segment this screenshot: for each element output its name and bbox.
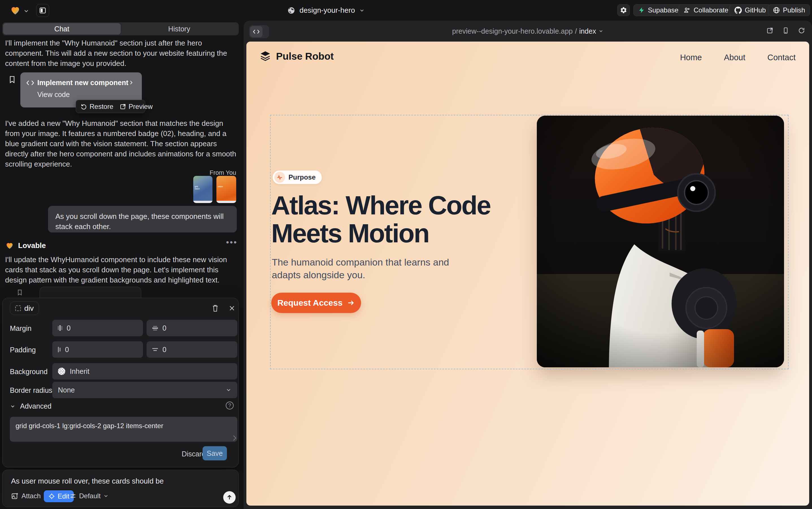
tab-chat[interactable]: Chat xyxy=(3,23,121,34)
class-textarea-value: grid grid-cols-1 lg:grid-cols-2 gap-12 i… xyxy=(15,422,163,430)
robot-hero-image xyxy=(537,116,784,367)
background-label: Background xyxy=(10,368,47,376)
attachment-thumbnail-orange[interactable]: vision xyxy=(216,176,236,203)
mobile-view-icon[interactable] xyxy=(782,27,789,34)
chevron-down-icon[interactable] xyxy=(23,8,29,14)
tab-history[interactable]: History xyxy=(121,23,238,34)
component-card-title: Implement new component xyxy=(37,79,128,87)
nav-about[interactable]: About xyxy=(724,53,745,62)
publish-globe-icon xyxy=(773,6,780,14)
project-switcher[interactable]: design-your-hero xyxy=(287,0,365,21)
collaborate-label: Collaborate xyxy=(694,6,728,14)
advanced-section-toggle[interactable]: Advanced xyxy=(10,402,51,410)
sidebar-toggle-button[interactable] xyxy=(36,4,49,17)
badge-label: Purpose xyxy=(289,173,316,181)
hero-subtext: The humanoid companion that learns and a… xyxy=(272,256,475,281)
chevron-down-icon xyxy=(10,404,15,409)
element-inspector-panel: div Margin 0 0 Padding 0 0 Background In… xyxy=(2,298,239,468)
site-canvas: Pulse Robot Home About Contact Purpose A… xyxy=(246,41,809,506)
gear-icon xyxy=(620,6,627,14)
advanced-label: Advanced xyxy=(20,402,51,410)
bookmark-icon-2 xyxy=(16,289,23,296)
preview-button[interactable]: Preview xyxy=(119,103,153,110)
site-brand[interactable]: Pulse Robot xyxy=(259,50,334,63)
class-textarea[interactable]: grid grid-cols-1 lg:grid-cols-2 gap-12 i… xyxy=(10,417,237,442)
margin-x-icon xyxy=(58,325,62,331)
chevron-down-icon xyxy=(103,493,109,499)
element-outline-icon xyxy=(15,305,21,311)
robot-illustration xyxy=(537,116,784,367)
publish-label: Publish xyxy=(783,6,805,14)
padding-x-icon xyxy=(58,347,61,352)
settings-button[interactable] xyxy=(617,4,630,16)
chevron-down-icon xyxy=(225,387,232,393)
mode-selector[interactable]: Default xyxy=(69,492,109,500)
attachment-thumbnail-blue[interactable]: gridvision xyxy=(193,176,213,203)
sliders-icon xyxy=(69,492,77,500)
preview-page: index xyxy=(579,27,596,35)
supabase-label: Supabase xyxy=(648,6,678,14)
send-button[interactable] xyxy=(223,491,236,504)
selected-element-chip[interactable]: div xyxy=(10,301,39,315)
arrow-right-icon xyxy=(347,299,355,307)
supabase-icon xyxy=(638,7,645,13)
refresh-icon[interactable] xyxy=(798,27,805,34)
attach-label: Attach xyxy=(22,492,41,500)
url-separator: / xyxy=(575,27,577,35)
request-access-button[interactable]: Request Access xyxy=(271,293,361,313)
user-message-bubble: As you scroll down the page, these compo… xyxy=(48,206,237,232)
assistant-header: Lovable xyxy=(5,241,46,250)
delete-element-button[interactable] xyxy=(212,304,219,312)
code-icon xyxy=(26,79,34,87)
from-you-label: From You xyxy=(210,169,236,176)
margin-y-value: 0 xyxy=(162,324,167,332)
github-icon xyxy=(734,6,742,14)
attach-button[interactable]: Attach xyxy=(11,492,41,500)
hero-heading-line2: Meets Motion xyxy=(271,219,525,247)
github-button[interactable]: GitHub xyxy=(730,4,771,16)
padding-y-input[interactable]: 0 xyxy=(147,341,237,358)
margin-y-icon xyxy=(152,326,158,330)
nav-contact[interactable]: Contact xyxy=(767,53,796,62)
publish-button[interactable]: Publish xyxy=(768,4,810,16)
background-input[interactable]: Inherit xyxy=(52,363,237,379)
help-icon[interactable]: ? xyxy=(226,402,234,409)
border-radius-label: Border radius xyxy=(10,386,52,395)
preview-actions xyxy=(766,27,805,34)
view-code-link[interactable]: View code xyxy=(37,91,70,99)
resize-handle[interactable] xyxy=(231,436,236,441)
restore-button[interactable]: Restore xyxy=(80,103,113,110)
user-message-text: As you scroll down the page, these compo… xyxy=(56,211,230,232)
margin-x-input[interactable]: 0 xyxy=(52,320,143,336)
margin-label: Margin xyxy=(10,324,31,333)
github-label: GitHub xyxy=(745,6,766,14)
restore-label: Restore xyxy=(89,103,113,110)
background-value: Inherit xyxy=(70,367,89,376)
message-menu-icon[interactable]: ••• xyxy=(226,238,237,247)
nav-home[interactable]: Home xyxy=(680,53,702,62)
assistant-message-2: I've added a new "Why Humanoid" section … xyxy=(5,118,236,169)
assistant-message-3: I'll update the WhyHumanoid component to… xyxy=(5,254,236,285)
padding-label: Padding xyxy=(10,346,36,354)
preview-url-bar[interactable]: preview--design-your-hero.lovable.app / … xyxy=(244,21,812,41)
preview-label: Preview xyxy=(128,103,153,110)
padding-x-value: 0 xyxy=(65,345,69,354)
brand-name: Pulse Robot xyxy=(276,50,334,62)
margin-y-input[interactable]: 0 xyxy=(147,320,237,336)
bookmark-icon[interactable] xyxy=(8,75,16,84)
chat-input-box[interactable]: As user mouse roll over, these cards sho… xyxy=(2,470,239,507)
save-button[interactable]: Save xyxy=(202,446,227,461)
padding-x-input[interactable]: 0 xyxy=(52,341,143,358)
padding-y-icon xyxy=(152,348,158,351)
border-radius-select[interactable]: None xyxy=(52,382,237,398)
chat-input-text[interactable]: As user mouse roll over, these cards sho… xyxy=(11,477,229,485)
lovable-logo-icon[interactable] xyxy=(10,4,21,16)
close-inspector-button[interactable] xyxy=(229,305,235,312)
version-hover-toolbar: Restore Preview xyxy=(76,100,145,113)
collaborate-button[interactable]: Collaborate xyxy=(679,4,733,16)
assistant-message-1: I'll implement the "Why Humanoid" sectio… xyxy=(5,38,236,68)
selected-element-tag: div xyxy=(24,304,34,313)
chevron-down-icon xyxy=(598,29,603,34)
supabase-button[interactable]: Supabase xyxy=(633,4,683,16)
open-in-new-tab-icon[interactable] xyxy=(766,27,774,34)
